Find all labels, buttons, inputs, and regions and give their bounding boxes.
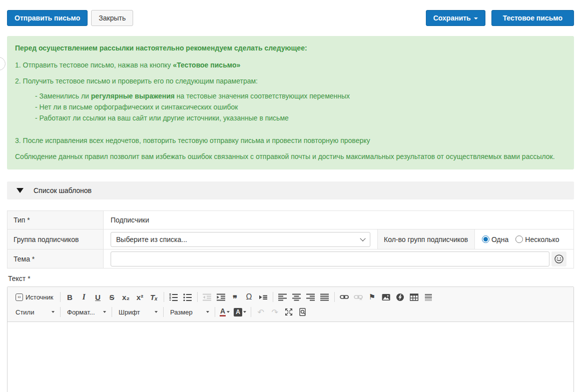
page-break-icon	[259, 294, 267, 301]
group-select[interactable]: Выберите из списка...	[111, 232, 370, 247]
underline-button[interactable]: U	[91, 290, 105, 304]
table-icon	[410, 294, 418, 301]
source-icon: ‹›	[16, 294, 23, 301]
caret-down-icon	[243, 311, 246, 313]
numbered-list-button[interactable]	[167, 290, 181, 304]
italic-icon: I	[82, 292, 85, 302]
justify-button[interactable]	[318, 290, 332, 304]
decrease-indent-icon	[203, 294, 211, 301]
group-row: Группа подписчиков Выберите из списка...…	[8, 229, 573, 249]
blockquote-button[interactable]: ❞	[228, 290, 242, 304]
toolbar-separator	[215, 307, 215, 317]
align-left-button[interactable]	[276, 290, 290, 304]
radio-option-many[interactable]: Несколько	[515, 236, 559, 244]
group-select-cell: Выберите из списка...	[104, 230, 377, 249]
align-right-button[interactable]	[304, 290, 318, 304]
type-row: Тип * Подписчики	[8, 211, 573, 229]
notice-step-1: 1. Отправить тестовое письмо, нажав на к…	[15, 60, 566, 70]
radio-many-input[interactable]	[515, 236, 523, 243]
toolbar-separator	[251, 307, 251, 317]
group-count-options: Одна Несколько	[475, 230, 573, 249]
justify-icon	[320, 294, 329, 301]
group-label: Группа подписчиков	[8, 230, 104, 249]
font-combo-label: Шрифт	[119, 308, 140, 316]
subscript-icon: x₂	[122, 293, 130, 302]
undo-icon: ↶	[257, 308, 264, 317]
italic-button[interactable]: I	[77, 290, 91, 304]
templates-accordion-header[interactable]: Список шаблонов	[7, 182, 574, 200]
decrease-indent-button	[200, 290, 214, 304]
underline-icon: U	[95, 293, 101, 302]
increase-indent-button[interactable]	[214, 290, 228, 304]
remove-format-button[interactable]: Tₓ	[147, 290, 161, 304]
group-select-wrap: Выберите из списка...	[111, 232, 370, 247]
align-right-icon	[306, 294, 315, 301]
type-value: Подписчики	[104, 211, 573, 229]
align-left-icon	[278, 294, 287, 301]
notice-check-1: - Заменились ли регулярные выражения на …	[35, 92, 566, 100]
notice-footer: Соблюдение данных правил позволит вам из…	[15, 152, 566, 162]
special-char-button[interactable]: Ω	[242, 290, 256, 304]
toolbar-separator	[197, 292, 198, 302]
font-combo[interactable]: Шрифт	[115, 306, 161, 318]
toolbar-separator	[60, 292, 61, 302]
radio-one-label: Одна	[491, 236, 508, 244]
type-label: Тип *	[8, 211, 104, 229]
bold-button[interactable]: B	[63, 290, 77, 304]
superscript-button[interactable]: x²	[133, 290, 147, 304]
link-icon	[340, 294, 349, 300]
align-center-icon	[292, 294, 301, 301]
rich-text-editor: ‹› Источник B I U S x₂ x² Tₓ	[7, 286, 574, 392]
strikethrough-button[interactable]: S	[105, 290, 119, 304]
subscript-button[interactable]: x₂	[119, 290, 133, 304]
source-button[interactable]: ‹› Источник	[12, 290, 58, 304]
preview-button[interactable]	[296, 306, 310, 318]
redo-button: ↷	[268, 306, 282, 318]
image-button[interactable]	[379, 290, 393, 304]
increase-indent-icon	[217, 294, 225, 301]
notice-heading: Перед осуществлением рассылки настоятель…	[15, 43, 566, 53]
text-color-icon: A	[220, 308, 226, 316]
radio-many-label: Несколько	[525, 236, 559, 244]
bulleted-list-icon	[183, 294, 192, 301]
size-combo[interactable]: Размер	[166, 306, 212, 318]
bulleted-list-button[interactable]	[181, 290, 195, 304]
save-dropdown-button[interactable]: Сохранить	[426, 10, 485, 26]
preview-icon	[299, 308, 307, 316]
link-button[interactable]	[337, 290, 351, 304]
anchor-button[interactable]: ⚑	[365, 290, 379, 304]
special-char-icon: Ω	[246, 292, 252, 302]
anchor-icon: ⚑	[369, 292, 375, 302]
table-button[interactable]	[407, 290, 421, 304]
toolbar-separator	[273, 292, 273, 302]
close-button[interactable]: Закрыть	[91, 10, 133, 26]
notice-check-2: - Нет ли в письме орфографических и синт…	[35, 103, 566, 112]
styles-combo[interactable]: Стили	[12, 306, 58, 318]
close-label: Закрыть	[99, 14, 126, 22]
editor-content-area[interactable]	[8, 322, 573, 392]
insert-smiley-button[interactable]	[551, 252, 566, 266]
format-combo[interactable]: Формат...	[63, 306, 109, 318]
caret-down-icon	[52, 311, 55, 313]
send-letter-button[interactable]: Отправить письмо	[7, 10, 88, 26]
blockquote-icon: ❞	[233, 296, 237, 302]
align-center-button[interactable]	[290, 290, 304, 304]
text-color-button[interactable]: A	[218, 306, 232, 318]
notice-checklist: - Заменились ли регулярные выражения на …	[35, 92, 566, 122]
bg-color-button[interactable]: A	[232, 306, 248, 318]
radio-one-input[interactable]	[482, 236, 489, 243]
page-break-button[interactable]	[256, 290, 270, 304]
subject-cell	[104, 250, 573, 268]
radio-option-one[interactable]: Одна	[482, 236, 508, 244]
test-letter-button[interactable]: Тестовое письмо	[491, 10, 574, 26]
campaign-form: Тип * Подписчики Группа подписчиков Выбе…	[7, 210, 574, 268]
bg-color-icon: A	[234, 308, 242, 316]
source-label: Источник	[26, 294, 54, 301]
subject-input[interactable]	[111, 252, 549, 266]
horizontal-rule-button[interactable]	[421, 290, 435, 304]
maximize-button[interactable]	[282, 306, 296, 318]
caret-down-icon	[206, 311, 209, 313]
flash-button[interactable]	[393, 290, 407, 304]
test-letter-label: Тестовое письмо	[503, 14, 562, 22]
top-action-bar: Отправить письмо Закрыть Сохранить Тесто…	[7, 0, 574, 26]
